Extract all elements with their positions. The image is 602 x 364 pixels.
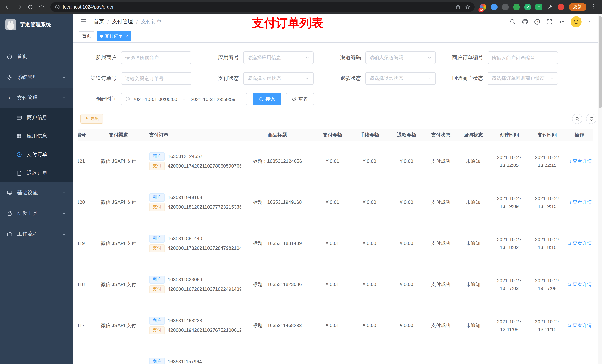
grid-icon: [16, 133, 22, 139]
lock-icon: [7, 210, 13, 216]
font-size-icon[interactable]: TT: [558, 19, 565, 25]
logo-avatar: [5, 19, 16, 30]
page-scrollbar[interactable]: [598, 14, 602, 364]
sidebar-item-system[interactable]: 系统管理: [0, 67, 73, 88]
merchant-order-no: 1635311949168: [168, 195, 202, 200]
cell-pay-time: 2021-10-27 13:17:08: [529, 264, 566, 305]
cell-title: 标题：1635311823086: [241, 264, 314, 305]
sidebar-item-infra[interactable]: 基础设施: [0, 182, 73, 203]
merchant-select-input[interactable]: [121, 52, 191, 64]
extension-icon-1[interactable]: 10: [480, 3, 486, 10]
cell-refund: ¥ 0.00: [388, 141, 425, 182]
reset-button[interactable]: 重置: [286, 93, 314, 105]
screen: localhost:1024/pay/order 10 更新: [0, 0, 602, 364]
search-icon: [567, 200, 571, 204]
extension-icon-3[interactable]: [502, 3, 509, 10]
reload-icon[interactable]: [26, 2, 35, 11]
cell-refund: ¥ 0.00: [388, 264, 425, 305]
extension-icon-4[interactable]: [513, 3, 520, 10]
cell-order: 商户 1635311949168 支付 42000011812021102777…: [146, 182, 241, 223]
extension-icon-6[interactable]: [535, 3, 542, 10]
pay-status-select[interactable]: 请选择支付状态: [243, 72, 314, 85]
cell-pay-status: 支付成功: [425, 141, 456, 182]
breadcrumb-section[interactable]: 支付管理: [112, 19, 133, 25]
refund-status-select[interactable]: 请选择退款状态: [366, 72, 436, 85]
cell-title: 标题：1635311949168: [241, 182, 314, 223]
back-icon[interactable]: [4, 2, 13, 11]
view-detail-link[interactable]: 查看详情: [567, 158, 592, 165]
hamburger-icon[interactable]: [80, 18, 87, 26]
forward-icon[interactable]: [15, 2, 24, 11]
cell-id: 120: [78, 182, 91, 223]
tab-pay-order[interactable]: 支付订单 ×: [97, 31, 131, 41]
channel-code-select[interactable]: 请输入渠道编码: [366, 52, 436, 64]
help-icon[interactable]: ?: [534, 19, 540, 25]
extensions-pin-icon[interactable]: [547, 3, 553, 10]
extension-icon-5[interactable]: [524, 3, 531, 10]
view-detail-link[interactable]: 查看详情: [567, 199, 592, 206]
cell-id: 118: [78, 264, 91, 305]
cell-refund: [388, 346, 425, 364]
sidebar-item-app-info[interactable]: 应用信息: [0, 127, 73, 145]
breadcrumb-home[interactable]: 首页: [94, 19, 104, 25]
search-icon[interactable]: [509, 19, 516, 25]
merchant-tag: 商户: [149, 152, 165, 160]
sidebar-item-pay-order[interactable]: 支付订单: [0, 145, 73, 164]
toggle-search-button[interactable]: [572, 114, 582, 124]
sidebar-item-workflow[interactable]: 工作流程: [0, 224, 73, 245]
home-icon[interactable]: [37, 2, 46, 11]
user-avatar[interactable]: [570, 16, 582, 27]
browser-menu-icon[interactable]: [591, 3, 597, 10]
dashboard-icon: [7, 54, 13, 60]
channel-order-no-input[interactable]: [121, 72, 191, 85]
view-detail-link[interactable]: 查看详情: [567, 281, 592, 288]
sidebar-item-refund-order[interactable]: 退款订单: [0, 164, 73, 182]
notify-status-select[interactable]: 请选择订单回调商户状态: [488, 72, 558, 85]
sidebar-item-home[interactable]: 首页: [0, 46, 73, 67]
github-icon[interactable]: [522, 19, 528, 25]
filter-label: 应用编号: [203, 54, 243, 61]
cell-order: 商户 1635311468233 支付 42000011942021102767…: [146, 305, 241, 346]
chevron-down-icon: [62, 232, 66, 236]
view-detail-link[interactable]: 查看详情: [567, 363, 592, 364]
sidebar-item-merchant-info[interactable]: 商户信息: [0, 108, 73, 127]
export-button[interactable]: 导出: [80, 114, 103, 124]
col-fee: 手续金额: [351, 129, 388, 141]
cell-refund: ¥ 0.00: [388, 182, 425, 223]
caret-down-icon[interactable]: [587, 19, 592, 25]
cell-refund: ¥ 0.00: [388, 305, 425, 346]
table-header-row: 编号 支付渠道 支付订单 商品标题 支付金额 手续金额 退款金额 支付状态 回调…: [78, 129, 593, 141]
cell-pay-status: [425, 346, 456, 364]
app-id-select[interactable]: 请选择应用信息: [243, 52, 314, 64]
yen-icon: ¥: [7, 95, 13, 101]
cell-channel: 微信 JSAPI 支付: [91, 223, 146, 264]
share-icon[interactable]: [455, 4, 461, 10]
update-button[interactable]: 更新: [569, 3, 586, 11]
view-detail-link[interactable]: 查看详情: [567, 322, 592, 329]
merchant-order-no-input[interactable]: [488, 52, 558, 64]
cell-channel: 微信 JSAPI 支付: [91, 264, 146, 305]
fullscreen-icon[interactable]: [546, 19, 553, 25]
extension-icon-2[interactable]: [491, 3, 498, 10]
address-bar[interactable]: localhost:1024/pay/order: [50, 2, 475, 12]
table-body: 121 微信 JSAPI 支付 商户 1635312124657 支付 4200…: [78, 141, 593, 364]
search-button[interactable]: 搜索: [253, 93, 281, 105]
tab-home[interactable]: 首页: [79, 31, 94, 41]
close-icon[interactable]: ×: [124, 34, 128, 39]
sidebar-item-payment[interactable]: ¥ 支付管理: [0, 88, 73, 108]
document-icon: [16, 170, 22, 176]
refresh-button[interactable]: [586, 114, 596, 124]
clock-icon: [125, 96, 130, 102]
merchant-order-no: 1635311823086: [168, 277, 202, 282]
sidebar-item-dev-tools[interactable]: 研发工具: [0, 203, 73, 224]
browser-profile-icon[interactable]: [558, 3, 564, 10]
bookmark-star-icon[interactable]: [465, 4, 470, 10]
cell-pay-time: 2021-10-27 13:19:15: [529, 182, 566, 223]
view-detail-link[interactable]: 查看详情: [567, 240, 592, 247]
cell-notify-status: 未通知: [456, 182, 490, 223]
app-logo[interactable]: 芋道管理系统: [0, 14, 73, 36]
cell-fee: ¥ 0.00: [351, 182, 388, 223]
cell-title: 标题：1635311468233: [241, 305, 314, 346]
date-range-input[interactable]: 2021-10-01 00:00:00 - 2021-10-31 23:59:5…: [121, 93, 247, 105]
scrollbar-thumb[interactable]: [599, 16, 602, 108]
